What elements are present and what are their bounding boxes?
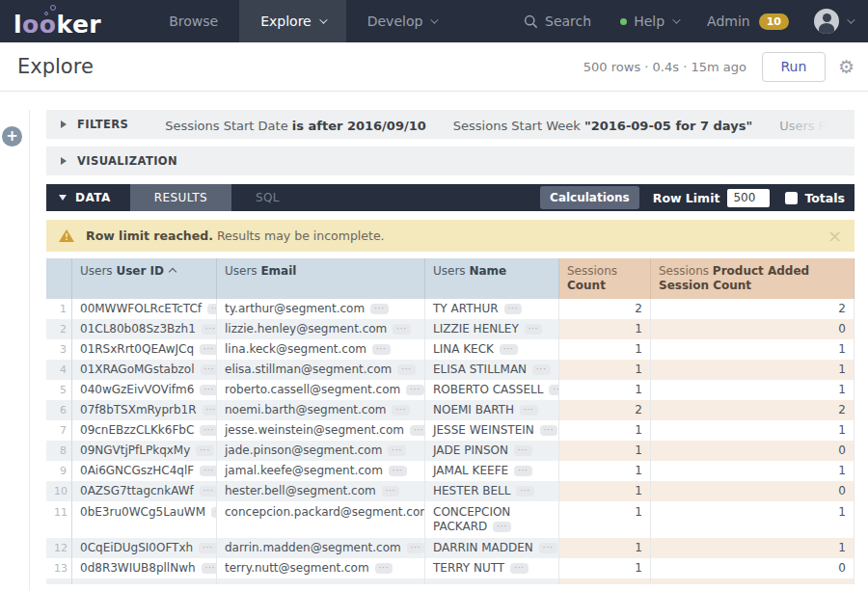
count-cell[interactable]: 1 (559, 461, 651, 481)
filter-item[interactable]: Users First Date is after 2016/09/10 (779, 119, 854, 133)
nav-item-explore[interactable]: Explore (239, 0, 346, 42)
product-added-count-cell[interactable]: 1 (651, 360, 854, 380)
product-added-count-cell[interactable]: 1 (651, 339, 854, 360)
nav-search[interactable]: Search (524, 13, 591, 29)
cell-menu-icon[interactable]: ··· (200, 466, 217, 476)
cell-menu-icon[interactable]: ··· (410, 425, 425, 436)
product-added-count-cell[interactable]: 2 (651, 400, 854, 420)
product-added-count-cell[interactable]: 1 (651, 380, 854, 400)
row-number: 6 (46, 400, 72, 420)
cell-menu-icon[interactable]: ··· (393, 324, 411, 335)
count-cell[interactable]: 1 (559, 558, 651, 578)
cell-menu-icon[interactable]: ··· (520, 405, 538, 416)
cell-menu-icon[interactable]: ··· (372, 344, 391, 355)
cell-menu-icon[interactable]: ··· (200, 425, 217, 436)
row-limit-input[interactable] (727, 189, 770, 207)
cell-menu-icon[interactable]: ··· (199, 543, 217, 553)
cell-menu-icon[interactable]: ··· (406, 385, 424, 395)
visualization-title[interactable]: VISUALIZATION (77, 154, 177, 168)
product-added-count-cell[interactable]: 0 (651, 319, 854, 339)
cell-menu-icon[interactable]: ··· (200, 344, 217, 355)
product-added-count-cell[interactable]: 0 (651, 558, 854, 578)
cell-menu-icon[interactable]: ··· (207, 304, 217, 314)
close-icon[interactable]: × (827, 228, 842, 245)
nav-help[interactable]: Help (620, 13, 678, 29)
count-cell[interactable]: 1 (559, 319, 651, 339)
tab-sql[interactable]: SQL (231, 184, 304, 211)
filter-item[interactable]: Sessions Start Week "2016-09-05 for 7 da… (453, 119, 752, 133)
filter-item[interactable]: Sessions Start Date is after 2016/09/10 (165, 119, 426, 133)
product-added-count-cell[interactable]: 0 (651, 481, 854, 501)
expand-caret-icon[interactable] (61, 157, 67, 165)
cell-menu-icon[interactable]: ··· (202, 563, 217, 574)
cell-menu-icon[interactable]: ··· (500, 344, 518, 355)
product-added-count-cell[interactable]: 1 (651, 538, 854, 558)
column-header-user-id[interactable]: Users User ID (72, 258, 217, 299)
cell-menu-icon[interactable]: ··· (388, 445, 406, 456)
cell-menu-icon[interactable]: ··· (516, 486, 534, 497)
nav-item-develop[interactable]: Develop (346, 0, 458, 42)
cell-menu-icon[interactable]: ··· (493, 522, 511, 532)
nav-admin[interactable]: Admin 10 (707, 13, 789, 30)
cell-menu-icon[interactable]: ··· (200, 486, 217, 497)
cell-menu-icon[interactable]: ··· (375, 563, 393, 574)
cell-menu-icon[interactable]: ··· (382, 486, 400, 497)
product-added-count-cell[interactable]: 1 (651, 501, 854, 538)
cell-menu-icon[interactable]: ··· (407, 543, 425, 553)
cell-menu-icon[interactable]: ··· (510, 563, 529, 574)
cell-menu-icon[interactable]: ··· (389, 466, 407, 476)
column-header-email[interactable]: Users Email (217, 258, 425, 299)
warning-text: Row limit reached.Results may be incompl… (86, 228, 385, 243)
cell-menu-icon[interactable]: ··· (202, 324, 217, 335)
column-header-count[interactable]: Sessions Count (559, 258, 651, 299)
column-header-name[interactable]: Users Name (425, 258, 559, 299)
count-cell[interactable]: 1 (559, 420, 651, 441)
cell-menu-icon[interactable]: ··· (504, 304, 523, 314)
cell-menu-icon[interactable]: ··· (370, 304, 389, 314)
tab-results[interactable]: RESULTS (130, 184, 231, 211)
add-field-button[interactable]: + (2, 126, 22, 147)
cell-menu-icon[interactable]: ··· (397, 364, 416, 375)
cell-menu-icon[interactable]: ··· (203, 405, 217, 416)
run-button[interactable]: Run (762, 52, 826, 82)
count-cell[interactable]: 1 (559, 538, 651, 558)
product-added-count-cell[interactable]: 0 (651, 441, 854, 461)
count-cell[interactable]: 1 (559, 501, 651, 538)
collapse-caret-icon[interactable] (59, 195, 67, 201)
query-stats: 500 rows · 0.4s · 15m ago (583, 60, 746, 74)
nav-item-label: Develop (367, 13, 423, 29)
user-menu[interactable] (814, 9, 853, 34)
count-cell[interactable]: 1 (559, 339, 651, 360)
count-cell[interactable]: 1 (559, 481, 651, 501)
cell-menu-icon[interactable]: ··· (196, 445, 214, 456)
product-added-count-cell[interactable]: 2 (651, 299, 854, 319)
filters-title[interactable]: FILTERS (77, 118, 128, 131)
cell-menu-icon[interactable]: ··· (514, 466, 532, 476)
cell-menu-icon[interactable]: ··· (540, 425, 558, 436)
nav-item-browse[interactable]: Browse (148, 0, 239, 42)
data-title[interactable]: DATA (75, 191, 111, 204)
cell-menu-icon[interactable]: ··· (532, 364, 551, 375)
calculations-button[interactable]: Calculations (540, 186, 639, 209)
cell-menu-icon[interactable]: ··· (514, 445, 532, 456)
product-added-count-cell[interactable]: 1 (651, 461, 854, 481)
count-cell[interactable]: 1 (559, 360, 651, 380)
cell-menu-icon[interactable]: ··· (201, 364, 217, 375)
expand-caret-icon[interactable] (61, 121, 67, 128)
count-cell[interactable]: 1 (559, 441, 651, 461)
product-added-count-cell[interactable]: 1 (651, 420, 854, 441)
looker-logo[interactable]: looker (14, 7, 101, 37)
count-cell[interactable]: 1 (559, 380, 651, 400)
table-row: 809NGVtjPfLPkqxMy···jade.pinson@segment.… (46, 441, 854, 461)
column-header-product-added-session-count[interactable]: Sessions Product Added Session Count (651, 258, 854, 299)
gear-icon[interactable]: ⚙ (838, 58, 854, 76)
email-cell: jamal.keefe@segment.com··· (217, 461, 425, 481)
cell-menu-icon[interactable]: ··· (392, 405, 410, 416)
totals-checkbox[interactable] (785, 192, 798, 204)
cell-menu-icon[interactable]: ··· (525, 324, 543, 335)
cell-menu-icon[interactable]: ··· (200, 385, 217, 395)
cell-menu-icon[interactable]: ··· (539, 543, 557, 553)
count-cell[interactable]: 2 (559, 299, 651, 319)
cell-menu-icon[interactable]: ··· (549, 385, 559, 395)
count-cell[interactable]: 2 (559, 400, 651, 420)
